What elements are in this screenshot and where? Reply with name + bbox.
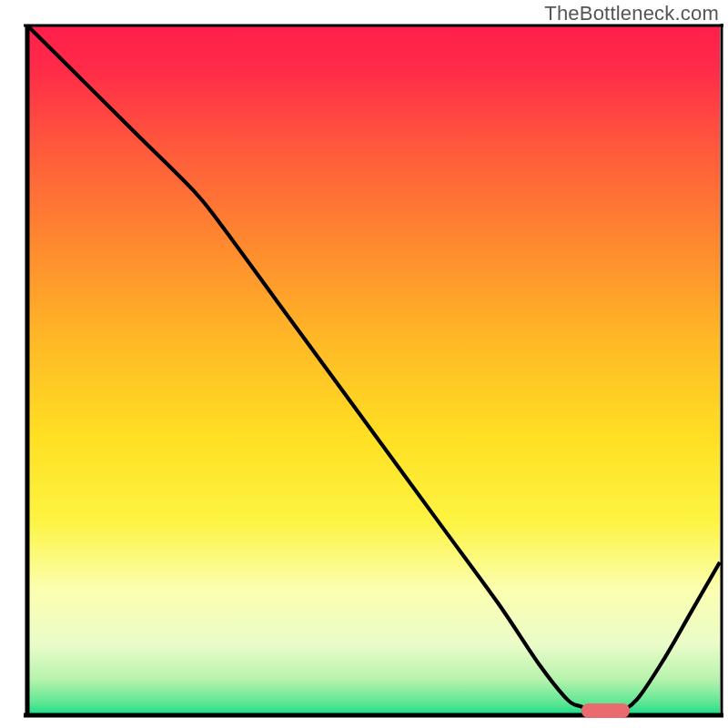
watermark-text: TheBottleneck.com xyxy=(544,2,719,25)
chart-container: TheBottleneck.com xyxy=(0,0,728,728)
optimal-marker xyxy=(581,703,630,718)
chart-svg xyxy=(0,0,728,728)
